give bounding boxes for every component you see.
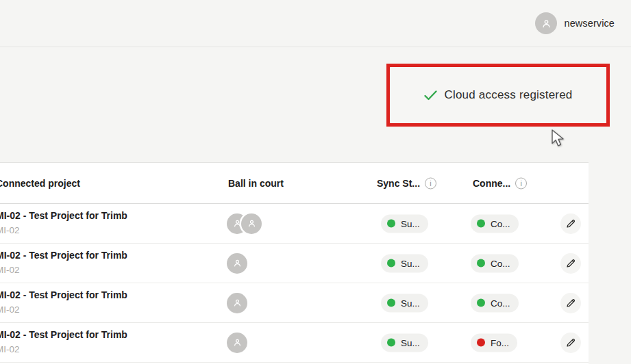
project-subtitle: MI-02 [0,225,20,235]
table-row: MI-02 - Test Project for Trimb MI-02 Su.… [0,204,589,244]
sync-status-badge: Su... [381,333,428,352]
status-dot [477,220,485,228]
column-header-ball-in-court: Ball in court [228,178,284,189]
project-title: MI-02 - Test Project for Trimb [0,329,127,340]
ball-in-court-avatars [227,213,262,234]
cloud-access-toast: Cloud access registered [386,64,610,127]
status-dot [477,339,485,347]
sync-status-badge: Su... [381,254,428,272]
status-dot [387,339,395,347]
column-header-connected-project: Connected project [0,178,80,189]
project-title: MI-02 - Test Project for Trimb [0,210,127,221]
project-subtitle: MI-02 [0,265,20,275]
arrow-cursor [550,129,566,151]
project-title: MI-02 - Test Project for Trimb [0,250,127,261]
edit-button[interactable] [560,293,581,313]
person-icon [227,253,247,274]
table-row: MI-02 - Test Project for Trimb MI-02 Su.… [0,323,589,363]
user-avatar [535,12,557,34]
app-window: { "topbar": { "username": "newservice" }… [0,0,631,364]
status-dot [387,259,395,268]
status-dot [477,259,485,268]
person-icon [241,213,262,234]
pencil-icon [565,258,576,269]
sync-status-badge: Su... [381,214,428,233]
ball-in-court-avatars [227,253,247,274]
connected-projects-table: Connected project Ball in court Sync St.… [0,162,589,364]
person-icon [227,293,247,313]
user-menu[interactable]: newservice [535,12,615,34]
info-icon[interactable]: i [425,177,436,189]
status-dot [477,299,485,307]
project-subtitle: MI-02 [0,344,20,354]
info-icon[interactable]: i [515,177,527,189]
ball-in-court-avatars [227,293,247,313]
person-icon [227,333,247,353]
table-header-row: Connected project Ball in court Sync St.… [0,163,589,204]
connection-status-badge: Fo... [471,333,517,352]
top-bar: newservice [0,0,631,47]
project-subtitle: MI-02 [0,304,20,315]
toast-message: Cloud access registered [445,88,573,102]
pencil-icon [565,298,576,309]
ball-in-court-avatars [227,333,247,353]
connection-status-badge: Co... [471,294,519,312]
pencil-icon [565,218,576,229]
checkmark-icon [424,90,437,101]
sync-status-badge: Su... [381,294,428,312]
project-title: MI-02 - Test Project for Trimb [0,289,127,300]
table-row: MI-02 - Test Project for Trimb MI-02 Su.… [0,283,589,323]
status-dot [387,299,395,307]
edit-button[interactable] [560,333,581,353]
status-dot [387,220,395,228]
edit-button[interactable] [560,213,581,234]
edit-button[interactable] [560,253,581,274]
person-icon [541,18,552,29]
table-row: MI-02 - Test Project for Trimb MI-02 Su.… [0,244,589,283]
column-header-sync-status: Sync St... i [377,177,436,189]
connection-status-badge: Co... [471,254,519,272]
pencil-icon [565,337,576,348]
connection-status-badge: Co... [471,214,519,233]
column-header-connection: Conne... i [473,177,527,189]
username-label: newservice [564,18,615,29]
